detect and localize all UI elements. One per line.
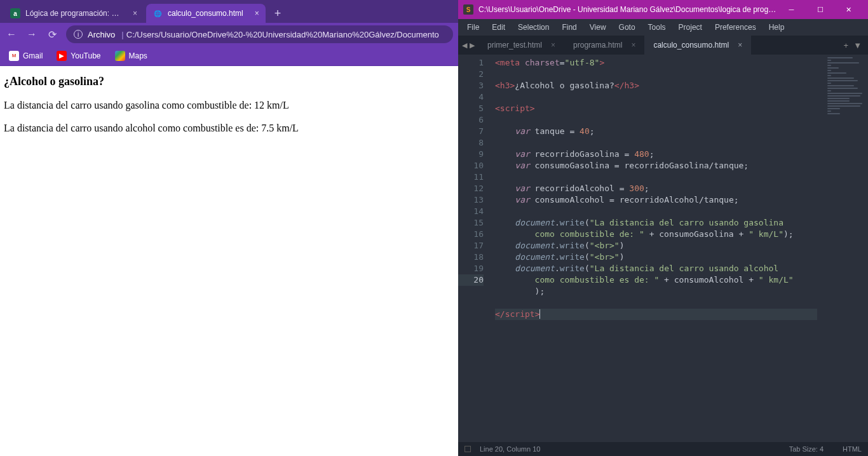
sublime-menubar: File Edit Selection Find View Goto Tools… [458, 19, 868, 36]
bookmark-maps[interactable]: Maps [115, 51, 147, 61]
output-line-2: La distancia del carro usando alcohol co… [4, 123, 454, 134]
maximize-button[interactable]: ☐ [806, 0, 834, 19]
output-line-1: La distancia del carro usando gasolina c… [4, 100, 454, 111]
chrome-tab-0[interactable]: a Lógica de programación: Primero × [4, 4, 144, 23]
new-tab-button[interactable]: + [268, 4, 288, 23]
favicon-file: 🌐 [153, 8, 163, 18]
tab-overflow: + ▼ [837, 36, 868, 55]
tab-title: calculo_consumo.html [168, 9, 243, 18]
sublime-window: S C:\Users\Usuario\OneDrive - Universida… [458, 0, 868, 456]
menu-project[interactable]: Project [674, 21, 707, 34]
minimize-button[interactable]: ─ [777, 0, 806, 19]
close-icon[interactable]: × [133, 9, 137, 18]
gmail-icon: M [9, 51, 19, 61]
maps-icon [115, 51, 125, 61]
menu-file[interactable]: File [462, 21, 484, 34]
line-gutter[interactable]: 1 2 3 4 5 6 7 8 9 10 11 12 13 14 15 16 1… [458, 55, 490, 442]
close-button[interactable]: ✕ [834, 0, 863, 19]
code-area[interactable]: <meta charset="utf-8"> <h3>¿Alcohol o ga… [490, 55, 817, 442]
reload-button[interactable]: ⟳ [46, 28, 58, 41]
bookmark-gmail[interactable]: M Gmail [9, 51, 43, 61]
tab-menu-icon[interactable]: ▼ [853, 41, 862, 50]
editor-tab-1[interactable]: programa.html × [564, 36, 644, 55]
address-bar[interactable]: i Archivo | C:/Users/Usuario/OneDrive%20… [66, 25, 453, 43]
menu-preferences[interactable]: Preferences [710, 21, 761, 34]
favicon-alura: a [10, 8, 20, 18]
editor-tab-0[interactable]: primer_test.html × [478, 36, 564, 55]
url-scheme: Archivo [88, 30, 115, 39]
close-icon[interactable]: × [255, 9, 259, 18]
status-position[interactable]: Line 20, Column 10 [480, 445, 540, 453]
window-controls: ─ ☐ ✕ [777, 0, 863, 19]
status-bar: Line 20, Column 10 Tab Size: 4 HTML [458, 442, 868, 456]
tab-title: Lógica de programación: Primero [25, 9, 121, 18]
chrome-window: a Lógica de programación: Primero × 🌐 ca… [0, 0, 458, 456]
editor-body: 1 2 3 4 5 6 7 8 9 10 11 12 13 14 15 16 1… [458, 55, 868, 442]
close-icon[interactable]: × [551, 41, 555, 50]
new-tab-icon[interactable]: + [844, 41, 849, 50]
minimap[interactable] [817, 55, 868, 442]
page-heading: ¿Alcohol o gasolina? [4, 75, 454, 88]
tab-next-icon[interactable]: ▶ [470, 41, 475, 50]
chrome-tab-1[interactable]: 🌐 calculo_consumo.html × [146, 4, 266, 23]
bookmark-youtube[interactable]: ▶ YouTube [57, 51, 100, 61]
menu-selection[interactable]: Selection [513, 21, 554, 34]
chrome-tabbar: a Lógica de programación: Primero × 🌐 ca… [0, 0, 458, 23]
sublime-title: C:\Users\Usuario\OneDrive - Universidad … [478, 5, 777, 14]
caret [539, 309, 540, 319]
menu-help[interactable]: Help [764, 21, 790, 34]
menu-goto[interactable]: Goto [614, 21, 641, 34]
status-tabsize[interactable]: Tab Size: 4 [789, 445, 824, 453]
sublime-icon: S [463, 4, 473, 15]
tab-prev-icon[interactable]: ◀ [462, 41, 467, 50]
menu-view[interactable]: View [585, 21, 611, 34]
sublime-tabbar: ◀ ▶ primer_test.html × programa.html × c… [458, 36, 868, 55]
site-info-icon[interactable]: i [74, 30, 83, 39]
back-button[interactable]: ← [5, 28, 18, 41]
page-content: ¿Alcohol o gasolina? La distancia del ca… [0, 66, 458, 456]
sublime-titlebar[interactable]: S C:\Users\Usuario\OneDrive - Universida… [458, 0, 868, 19]
bookmarks-bar: M Gmail ▶ YouTube Maps [0, 46, 458, 66]
menu-find[interactable]: Find [557, 21, 581, 34]
status-language[interactable]: HTML [843, 445, 862, 453]
editor-tab-2[interactable]: calculo_consumo.html × [644, 36, 751, 55]
forward-button[interactable]: → [25, 28, 38, 41]
close-icon[interactable]: × [631, 41, 635, 50]
close-icon[interactable]: × [738, 41, 742, 50]
tab-nav: ◀ ▶ [458, 36, 478, 55]
youtube-icon: ▶ [57, 51, 67, 61]
panel-toggle-icon[interactable] [465, 446, 471, 452]
menu-tools[interactable]: Tools [643, 21, 671, 34]
url-path: C:/Users/Usuario/OneDrive%20-%20Universi… [126, 30, 439, 39]
menu-edit[interactable]: Edit [487, 21, 510, 34]
chrome-toolbar: ← → ⟳ i Archivo | C:/Users/Usuario/OneDr… [0, 23, 458, 46]
